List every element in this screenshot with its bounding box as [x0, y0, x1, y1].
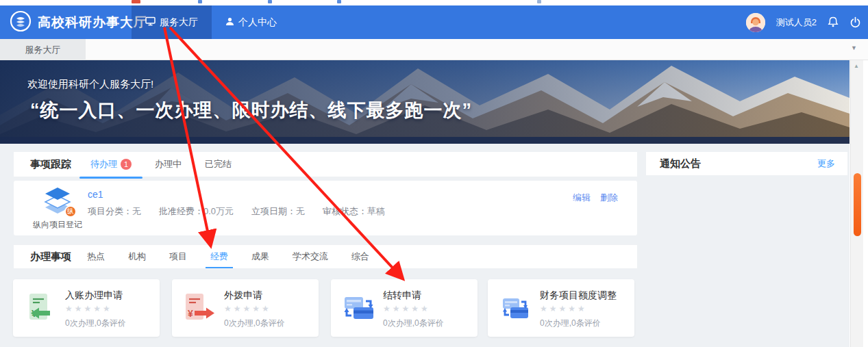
tab-label: 待办理 [90, 158, 117, 170]
banner-slogan: “统一入口、一次办理、限时办结、线下最多跑一次” [30, 98, 472, 123]
field-label: 立项日期： [251, 206, 296, 216]
topbar: 高校科研办事大厅 服务大厅 [0, 5, 868, 39]
rating-stars: ★★★★★ [383, 304, 430, 313]
tracking-title: 事项跟踪 [30, 158, 71, 171]
service-card-income[interactable]: ¥ 入账办理申请 ★★★★★ 0次办理,0条评价 [13, 279, 160, 337]
service-name: 结转申请 [383, 290, 421, 302]
field-value: 草稿 [367, 206, 385, 216]
edit-link[interactable]: 编辑 [573, 192, 591, 204]
tracking-tabs: 待办理 1 办理中 已完结 [90, 152, 232, 177]
services-title: 办理事项 [30, 250, 71, 264]
tab-label: 办理中 [155, 158, 182, 170]
browser-artifact [198, 0, 202, 3]
notice-panel: 通知公告 更多 [646, 152, 847, 175]
username[interactable]: 测试人员2 [776, 16, 817, 29]
logo-icon [10, 10, 32, 34]
bell-icon[interactable] [828, 16, 839, 28]
service-card-carryover[interactable]: 结转申请 ★★★★★ 0次办理,0条评价 [331, 279, 478, 337]
tab-project[interactable]: 项目 [169, 245, 187, 268]
brand-title: 高校科研办事大厅 [38, 14, 147, 31]
field: 立项日期：无 [251, 205, 305, 218]
item-type: 纵 纵向项目登记 [25, 186, 90, 231]
topbar-right: 测试人员2 [746, 5, 861, 39]
avatar[interactable] [746, 13, 765, 32]
nav-label: 服务大厅 [160, 16, 198, 29]
item-type-label: 纵向项目登记 [25, 219, 90, 231]
svg-text:¥: ¥ [188, 308, 193, 319]
tab-funds[interactable]: 经费 [210, 245, 228, 268]
service-name: 财务项目额度调整 [540, 290, 617, 302]
vertical-badge: 纵 [64, 205, 77, 218]
item-title-link[interactable]: ce1 [88, 189, 103, 200]
field: 审核状态：草稿 [323, 205, 385, 218]
services-tabs: 热点 机构 项目 经费 成果 学术交流 综合 [87, 245, 369, 268]
tab-hot[interactable]: 热点 [87, 245, 105, 268]
service-stats: 0次办理,0条评价 [224, 318, 285, 329]
browser-edge-strip [0, 0, 868, 5]
browser-artifact [537, 0, 541, 3]
page: 高校科研办事大厅 服务大厅 [0, 0, 868, 347]
nav-label: 个人中心 [238, 16, 277, 29]
service-stats: 0次办理,0条评价 [383, 318, 444, 329]
notice-more-link[interactable]: 更多 [817, 157, 835, 170]
quota-adjust-icon [500, 292, 532, 324]
tab-academic-exchange[interactable]: 学术交流 [293, 245, 328, 268]
chevron-down-icon[interactable]: ▼ [851, 44, 857, 51]
monitor-icon [145, 16, 156, 28]
tab-service-hall[interactable]: 服务大厅 [0, 39, 86, 60]
field-label: 审核状态： [323, 206, 367, 216]
nav-item-service-hall[interactable]: 服务大厅 [132, 5, 212, 39]
field: 项目分类：无 [88, 205, 141, 218]
scrollbar[interactable]: ▲ [850, 60, 863, 347]
outbound-doc-icon: ¥ [184, 292, 216, 324]
field-label: 项目分类： [88, 206, 132, 216]
notice-title: 通知公告 [660, 157, 701, 170]
tracking-item-card: 纵 纵向项目登记 ce1 项目分类：无 批准经费：0.0万元 立项日期：无 审核… [14, 181, 637, 235]
scrollbar-thumb[interactable] [854, 173, 861, 236]
service-name: 入账办理申请 [65, 290, 123, 302]
tab-label: 经费 [210, 250, 228, 263]
tab-in-progress[interactable]: 办理中 [155, 152, 182, 177]
browser-artifact [268, 0, 272, 3]
field: 批准经费：0.0万元 [159, 205, 234, 218]
tab-label: 热点 [87, 250, 105, 263]
item-fields: 项目分类：无 批准经费：0.0万元 立项日期：无 审核状态：草稿 [88, 205, 385, 218]
hero-banner: 欢迎使用科研个人服务大厅! “统一入口、一次办理、限时办结、线下最多跑一次” [0, 60, 850, 144]
service-stats: 0次办理,0条评价 [540, 318, 601, 329]
power-icon[interactable] [850, 16, 861, 28]
nav-item-personal-center[interactable]: 个人中心 [212, 5, 290, 39]
rating-stars: ★★★★★ [540, 304, 587, 313]
service-card-outbound[interactable]: ¥ 外拨申请 ★★★★★ 0次办理,0条评价 [172, 279, 319, 337]
rating-stars: ★★★★★ [65, 304, 112, 313]
browser-artifact [132, 0, 140, 3]
tab-label: 机构 [128, 250, 146, 263]
rating-stars: ★★★★★ [224, 304, 271, 313]
tab-institution[interactable]: 机构 [128, 245, 146, 268]
tab-label: 项目 [169, 250, 187, 263]
field-label: 批准经费： [159, 206, 203, 216]
tab-label: 已完结 [205, 158, 232, 170]
field-value: 0.0万元 [203, 206, 234, 216]
delete-link[interactable]: 删除 [600, 192, 618, 204]
layers-icon: 纵 [40, 186, 75, 216]
item-actions: 编辑 删除 [573, 192, 618, 204]
tab-label: 综合 [351, 250, 369, 263]
tab-results[interactable]: 成果 [251, 245, 269, 268]
services-header: 办理事项 热点 机构 项目 经费 成果 学术交流 综合 [14, 245, 637, 268]
tab-comprehensive[interactable]: 综合 [351, 245, 369, 268]
tab-label: 学术交流 [293, 250, 328, 263]
service-card-quota-adjust[interactable]: 财务项目额度调整 ★★★★★ 0次办理,0条评价 [488, 279, 634, 337]
tab-todo[interactable]: 待办理 1 [90, 152, 132, 177]
service-name: 外拨申请 [224, 290, 262, 302]
main-nav: 服务大厅 个人中心 [132, 5, 290, 39]
income-doc-icon: ¥ [25, 292, 57, 324]
user-icon [225, 17, 234, 28]
brand: 高校科研办事大厅 [10, 10, 147, 34]
tab-label: 成果 [251, 250, 269, 263]
service-stats: 0次办理,0条评价 [65, 318, 126, 329]
field-value: 无 [132, 206, 141, 216]
page-tabbar: 服务大厅 ▼ [0, 39, 868, 60]
banner-welcome: 欢迎使用科研个人服务大厅! [27, 78, 153, 91]
tab-completed[interactable]: 已完结 [205, 152, 232, 177]
scroll-up-arrow[interactable]: ▲ [854, 63, 859, 69]
